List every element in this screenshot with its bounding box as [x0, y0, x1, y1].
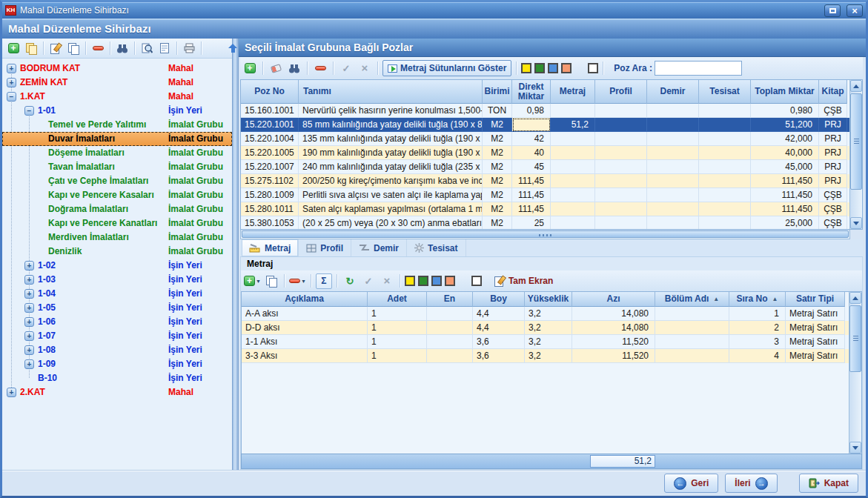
cell[interactable] [699, 104, 751, 118]
find-button[interactable] [114, 41, 130, 56]
tree-item[interactable]: +1-09İşin Yeri [2, 357, 232, 371]
cell[interactable] [427, 349, 473, 363]
cell[interactable] [595, 104, 647, 118]
tree-item[interactable]: +BODRUM KATMahal [2, 62, 232, 76]
color-swatch-yellow[interactable] [521, 63, 531, 73]
color-swatch-white[interactable] [471, 276, 482, 286]
edit-button[interactable] [47, 41, 64, 56]
scroll-down-button[interactable] [849, 442, 861, 454]
cell[interactable] [512, 118, 551, 132]
cell[interactable]: 135 mm kalınlığında yatay delikli tuğla … [299, 132, 483, 146]
cell[interactable] [595, 188, 647, 202]
tree-item[interactable]: Kapı ve Pencere Kasalarıİmalat Grubu [2, 188, 232, 202]
cell[interactable] [551, 104, 595, 118]
tree-item[interactable]: Döşeme İmalatlarıİmalat Grubu [2, 146, 232, 160]
tam-ekran-button[interactable]: Tam Ekran [494, 276, 553, 286]
tree-item[interactable]: +2.KATMahal [2, 385, 232, 399]
cell[interactable]: PRJ [819, 118, 847, 132]
cell[interactable] [655, 307, 729, 321]
clear-button[interactable] [268, 61, 284, 76]
cell[interactable]: 190 mm kalınlığında yatay delikli tuğla … [299, 146, 483, 160]
cell[interactable]: 15.380.1053 [241, 216, 299, 229]
metraj-column-header[interactable]: Satır Tipi [786, 292, 845, 307]
cell[interactable] [551, 174, 595, 188]
cell[interactable]: 15.220.1004 [241, 132, 299, 146]
metraj-column-header[interactable]: En [427, 292, 473, 307]
cell[interactable]: 3,2 [525, 307, 572, 321]
cell[interactable]: 3,2 [525, 335, 572, 349]
cell[interactable] [655, 321, 729, 335]
vertical-scrollbar[interactable] [849, 292, 861, 454]
expand-icon[interactable]: + [7, 64, 16, 73]
cell[interactable]: Metraj Satırı [786, 321, 845, 335]
cell[interactable] [647, 202, 699, 216]
color-swatch-blue[interactable] [431, 276, 442, 286]
tree-item[interactable]: B-10İşin Yeri [2, 371, 232, 385]
scrollbar-thumb[interactable] [849, 305, 861, 372]
table-row[interactable]: A-A aksı14,43,214,0801Metraj Satırı [242, 307, 849, 321]
cell[interactable] [551, 216, 595, 229]
cell[interactable] [595, 146, 647, 160]
collapse-icon[interactable]: − [7, 92, 16, 102]
cell[interactable] [647, 174, 699, 188]
scroll-up-button[interactable] [849, 292, 861, 304]
cell[interactable]: M2 [483, 216, 512, 229]
cell[interactable]: ÇŞB [819, 104, 847, 118]
cell[interactable]: 42,000 [751, 132, 819, 146]
cell[interactable]: D-D aksı [242, 321, 368, 335]
refresh-button[interactable]: ↻ [342, 273, 358, 289]
cell[interactable] [647, 104, 699, 118]
cell[interactable]: 3,6 [473, 335, 525, 349]
cell[interactable]: 111,45 [512, 188, 551, 202]
cancel-button[interactable]: × [357, 61, 373, 76]
cell[interactable] [647, 216, 699, 229]
cell[interactable]: 3,6 [473, 349, 525, 363]
show-metraj-columns-button[interactable]: Metraj Sütunlarını Göster [382, 60, 511, 76]
cell[interactable]: 240 mm kalınlığında yatay delikli tuğla … [299, 160, 483, 174]
cell[interactable]: 3 [729, 335, 786, 349]
cell[interactable] [427, 307, 473, 321]
cell[interactable]: 15.160.1001 [241, 104, 299, 118]
cell[interactable] [699, 118, 751, 132]
cell[interactable]: 15.220.1001 [241, 118, 299, 132]
tab-tesisat[interactable]: Tesisat [407, 239, 466, 256]
cell[interactable]: Metraj Satırı [786, 349, 845, 363]
cell[interactable]: 1 [368, 349, 427, 363]
cell[interactable] [551, 160, 595, 174]
table-row[interactable]: 1-1 Aksı13,63,211,5203Metraj Satırı [242, 335, 849, 349]
cell[interactable]: 111,450 [751, 174, 819, 188]
tree-item[interactable]: Tavan İmalatlarıİmalat Grubu [2, 160, 232, 174]
poz-column-header[interactable]: Kitap [819, 80, 847, 104]
cell[interactable] [647, 146, 699, 160]
ileri-button[interactable]: İleri → [725, 474, 777, 493]
cell[interactable] [595, 216, 647, 229]
geri-button[interactable]: ← Geri [664, 474, 718, 493]
cell[interactable]: 1-1 Aksı [242, 335, 368, 349]
cell[interactable]: 85 mm kalınlığında yatay delikli tuğla (… [299, 118, 483, 132]
poz-column-header[interactable]: Poz No [241, 80, 299, 104]
copy-rows-button[interactable] [263, 273, 279, 289]
cell[interactable] [595, 160, 647, 174]
table-row[interactable]: 15.280.1009Perlitli sıva alçısı ve saten… [241, 188, 849, 202]
poz-search-input[interactable] [655, 61, 742, 76]
poz-column-header[interactable]: Tesisat [699, 80, 751, 104]
cell[interactable]: ÇŞB [819, 202, 847, 216]
vertical-scrollbar[interactable] [849, 80, 862, 229]
cell[interactable] [699, 132, 751, 146]
cell[interactable]: 11,520 [572, 335, 655, 349]
tree-item[interactable]: Duvar İmalatlarıİmalat Grubu [2, 132, 232, 146]
tree-item[interactable]: +1-07İşin Yeri [2, 329, 232, 343]
cell[interactable]: M2 [483, 160, 512, 174]
expand-icon[interactable]: + [24, 261, 34, 270]
cell[interactable] [551, 146, 595, 160]
table-row[interactable]: 15.220.1004135 mm kalınlığında yatay del… [241, 132, 849, 146]
expand-icon[interactable]: + [24, 289, 34, 299]
tree-item[interactable]: Merdiven İmalatlarıİmalat Grubu [2, 230, 232, 245]
table-row[interactable]: 15.220.1005190 mm kalınlığında yatay del… [241, 146, 849, 160]
cell[interactable]: 111,45 [512, 174, 551, 188]
cell[interactable]: ÇŞB [819, 188, 847, 202]
metraj-column-header[interactable]: Yükseklik [525, 292, 572, 307]
color-swatch-blue[interactable] [548, 63, 558, 73]
cell[interactable] [595, 202, 647, 216]
cell[interactable]: A-A aksı [242, 307, 368, 321]
